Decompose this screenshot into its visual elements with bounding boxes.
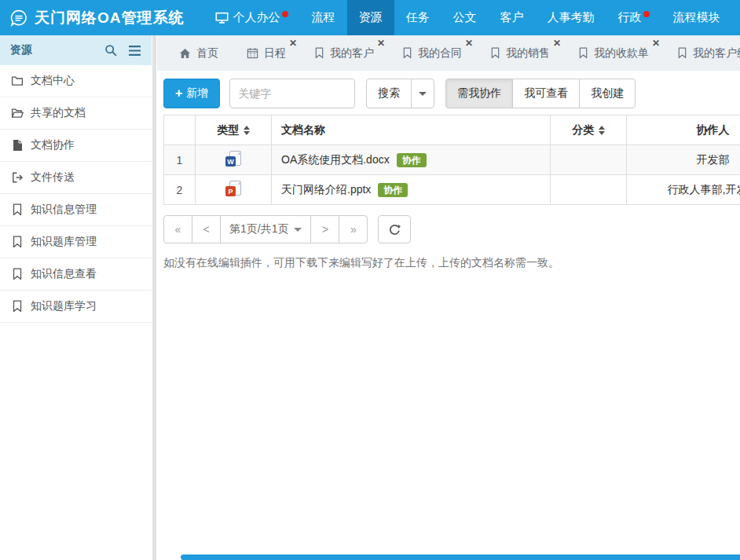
- sort-icon: [244, 126, 250, 135]
- header-collaborator: 协作人: [627, 115, 740, 145]
- navbar-menu: 个人办公 流程 资源 任务 公文 客户 人事考勤 行政 流程模块 系统: [203, 0, 740, 35]
- bookmark-icon: [11, 300, 24, 313]
- header-label: 分类: [573, 123, 595, 136]
- sidebar-item-knowledge-bank-mgmt[interactable]: 知识题库管理: [0, 226, 152, 258]
- bookmark-icon: [11, 203, 24, 216]
- sidebar-item-knowledge-info-mgmt[interactable]: 知识信息管理: [0, 194, 152, 226]
- sidebar-item-shared-docs[interactable]: 共享的文档: [0, 97, 152, 130]
- toolbar: + 新增 搜索 需我协作 我可查看 我创建: [157, 71, 740, 115]
- bookmark-icon: [402, 47, 412, 59]
- tab-schedule[interactable]: 日程 ✕: [233, 35, 300, 71]
- file-icon: [11, 139, 24, 152]
- close-icon[interactable]: ✕: [652, 39, 660, 47]
- search-button[interactable]: 搜索: [366, 79, 412, 108]
- scrollbar-thumb[interactable]: [152, 35, 156, 560]
- collab-badge[interactable]: 协作: [378, 183, 408, 197]
- nav-label: 资源: [359, 10, 383, 25]
- nav-item-hr-attendance[interactable]: 人事考勤: [536, 0, 606, 35]
- close-icon[interactable]: ✕: [289, 39, 297, 47]
- nav-label: 公文: [453, 10, 477, 25]
- first-page-button[interactable]: «: [163, 215, 192, 243]
- collab-badge[interactable]: 协作: [397, 153, 427, 167]
- documents-table: 类型 文档名称 分类 协作人 1 W OA系统使用文档.docx 协作: [163, 115, 740, 205]
- row-name-cell: 天门网络介绍.pptx 协作: [272, 175, 551, 205]
- nav-item-resources[interactable]: 资源: [347, 0, 394, 35]
- nav-item-workflow[interactable]: 流程: [300, 0, 347, 35]
- word-file-icon: W: [225, 151, 241, 167]
- tab-my-customers[interactable]: 我的客户 ✕: [300, 35, 388, 71]
- sidebar-item-label: 知识信息管理: [31, 203, 97, 217]
- nav-item-personal-office[interactable]: 个人办公: [203, 0, 300, 35]
- menu-icon[interactable]: [128, 45, 141, 57]
- app-logo[interactable]: 天门网络OA管理系统: [0, 0, 192, 35]
- sidebar-item-knowledge-bank-study[interactable]: 知识题库学习: [0, 291, 152, 323]
- table-row[interactable]: 2 P 天门网络介绍.pptx 协作 行政人事部,开发部: [164, 175, 740, 205]
- close-icon[interactable]: ✕: [465, 39, 473, 47]
- refresh-button[interactable]: [378, 215, 411, 243]
- search-icon[interactable]: [104, 44, 117, 57]
- nav-label: 流程: [312, 10, 335, 25]
- nav-item-tasks[interactable]: 任务: [394, 0, 441, 35]
- bookmark-icon: [677, 47, 687, 59]
- main-content: 首页 日程 ✕ 我的客户 ✕ 我的合同 ✕ 我的销售: [157, 35, 740, 560]
- tab-home[interactable]: 首页: [165, 35, 233, 71]
- filter-created-by-me-button[interactable]: 我创建: [579, 79, 636, 108]
- close-icon[interactable]: ✕: [553, 39, 561, 47]
- bookmark-icon: [578, 47, 588, 59]
- sidebar-item-doc-center[interactable]: 文档中心: [0, 65, 152, 97]
- chat-bubble-logo-icon: [9, 9, 35, 27]
- top-navbar: 天门网络OA管理系统 个人办公 流程 资源 任务 公文 客户 人事考勤 行政 流…: [0, 0, 740, 35]
- folder-icon: [11, 75, 24, 87]
- filter-need-my-collab-button[interactable]: 需我协作: [445, 79, 513, 108]
- monitor-icon: [215, 11, 229, 24]
- doc-name-link[interactable]: 天门网络介绍.pptx: [281, 183, 371, 197]
- table-row[interactable]: 1 W OA系统使用文档.docx 协作 开发部: [164, 145, 740, 175]
- add-button-label: 新增: [186, 86, 208, 101]
- nav-label: 个人办公: [233, 10, 280, 25]
- app-title: 天门网络OA管理系统: [35, 8, 185, 28]
- tab-label: 我的客户: [330, 46, 374, 60]
- sidebar-item-file-transfer[interactable]: 文件传送: [0, 162, 152, 194]
- keyword-input[interactable]: [229, 79, 355, 108]
- sidebar-item-label: 文档中心: [31, 74, 75, 88]
- close-icon[interactable]: ✕: [377, 39, 385, 47]
- page-select-button[interactable]: 第1页/共1页: [220, 215, 311, 243]
- tab-label: 我的合同: [418, 46, 462, 60]
- nav-label: 行政: [618, 10, 642, 25]
- nav-item-official-docs[interactable]: 公文: [441, 0, 489, 35]
- nav-item-workflow-modules[interactable]: 流程模块: [661, 0, 732, 35]
- sidebar-item-label: 文档协作: [31, 138, 75, 152]
- add-button[interactable]: + 新增: [163, 79, 220, 108]
- tab-my-contracts[interactable]: 我的合同 ✕: [388, 35, 476, 71]
- nav-item-administration[interactable]: 行政: [606, 0, 661, 35]
- next-page-button[interactable]: >: [310, 215, 339, 243]
- horizontal-scrollbar[interactable]: [181, 555, 740, 560]
- filter-viewable-button[interactable]: 我可查看: [512, 79, 580, 108]
- nav-label: 任务: [406, 10, 430, 25]
- last-page-button[interactable]: »: [339, 215, 368, 243]
- tab-my-customer-stats[interactable]: 我的客户统计 ✕: [663, 35, 740, 71]
- tab-label: 首页: [196, 46, 218, 60]
- search-button-label: 搜索: [378, 86, 400, 101]
- vertical-scrollbar[interactable]: [152, 35, 157, 560]
- sidebar-item-label: 知识信息查看: [31, 267, 97, 281]
- nav-item-system[interactable]: 系统: [732, 0, 740, 35]
- prev-page-button[interactable]: <: [192, 215, 221, 243]
- header-category[interactable]: 分类: [551, 115, 627, 145]
- row-type-cell: W: [196, 145, 272, 175]
- tab-my-sales[interactable]: 我的销售 ✕: [476, 35, 564, 71]
- sort-icon: [599, 126, 605, 135]
- header-index: [164, 115, 196, 145]
- sidebar-item-doc-collaboration[interactable]: 文档协作: [0, 130, 152, 162]
- tab-label: 我的客户统计: [693, 46, 740, 60]
- tab-my-receipts[interactable]: 我的收款单 ✕: [564, 35, 663, 71]
- header-doc-name: 文档名称: [272, 115, 551, 145]
- nav-item-customers[interactable]: 客户: [489, 0, 536, 35]
- doc-name-link[interactable]: OA系统使用文档.docx: [281, 153, 390, 167]
- sidebar-item-knowledge-info-view[interactable]: 知识信息查看: [0, 258, 152, 291]
- search-dropdown-button[interactable]: [411, 79, 434, 108]
- sidebar-header: 资源: [0, 35, 152, 65]
- header-label: 文档名称: [281, 123, 325, 136]
- header-type[interactable]: 类型: [196, 115, 272, 145]
- row-type-cell: P: [196, 175, 272, 205]
